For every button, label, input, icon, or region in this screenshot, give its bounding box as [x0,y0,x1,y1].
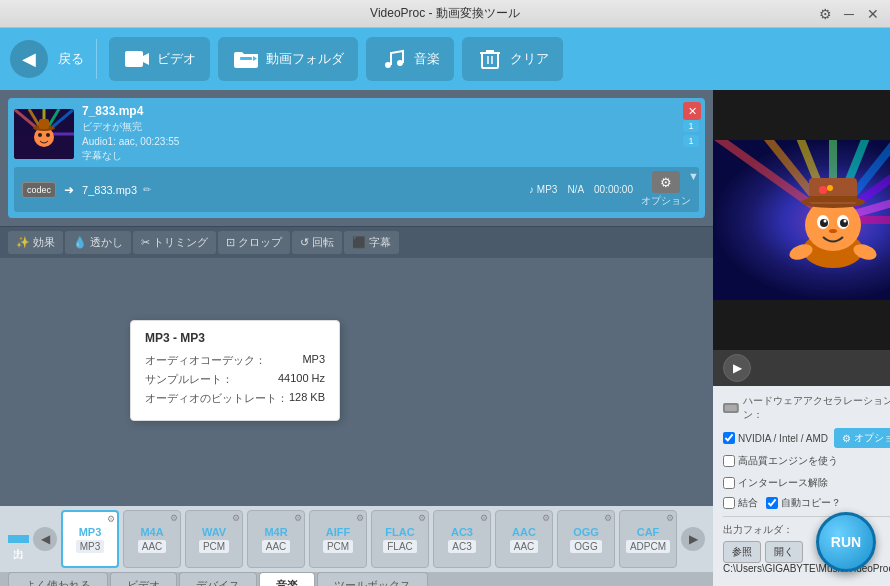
codec-badge: codec [22,182,56,198]
open-button[interactable]: 開く [765,541,803,563]
window-title: VideoProc - 動画変換ツール [370,5,520,22]
merge-autocopy-row: 結合 自動コピー？ [723,496,890,510]
svg-rect-22 [39,119,49,129]
format-item-aiff[interactable]: ⚙ AIFF PCM [309,510,367,568]
format-settings-icon: ⚙ [604,513,612,523]
file-card-header: 7_833.mp4 ビデオが無完 Audio1: aac, 00:23:55 字… [14,104,699,163]
tab-video[interactable]: ビデオ [110,572,177,586]
format-top-ogg: OGG [573,526,599,538]
music-label: 音楽 [414,50,440,68]
format-bottom-wav: PCM [199,540,229,553]
format-top-m4r: M4R [264,526,287,538]
clear-button[interactable]: クリア [462,37,563,81]
subtitle-icon: ⬛ [352,236,366,249]
rotate-button[interactable]: ↺ 回転 [292,231,342,254]
crop-icon: ⊡ [226,236,235,249]
format-top-aac: AAC [512,526,536,538]
gear-button[interactable]: ⚙ [652,171,680,193]
autocopy-label[interactable]: 自動コピー？ [766,496,841,510]
format-item-m4a[interactable]: ⚙ M4A AAC [123,510,181,568]
edit-icon[interactable]: ✏ [143,184,151,195]
folder-label: 動画フォルダ [266,50,344,68]
format-next-button[interactable]: ▶ [681,527,705,551]
trimming-button[interactable]: ✂ トリミング [133,231,216,254]
format-item-caf[interactable]: ⚙ CAF ADPCM [619,510,677,568]
file-status: ビデオが無完 [82,120,675,134]
svg-point-40 [844,220,847,223]
tooltip-bitrate-label: オーディオのビットレート： [145,391,288,406]
format-prev-button[interactable]: ◀ [33,527,57,551]
svg-point-41 [829,229,837,233]
options-area: ⚙ オプション [641,171,691,208]
format-item-ac3[interactable]: ⚙ AC3 AC3 [433,510,491,568]
svg-point-39 [824,220,827,223]
watermark-button[interactable]: 💧 透かし [65,231,131,254]
deinterlace-checkbox[interactable] [723,477,735,489]
file-card: ✕ [8,98,705,218]
expand-icon[interactable]: ▼ [688,170,699,182]
options-label[interactable]: オプション [641,194,691,208]
format-item-aac[interactable]: ⚙ AAC AAC [495,510,553,568]
audio-info: Audio1: aac, 00:23:55 [82,136,675,147]
deinterlace-label[interactable]: インターレース解除 [723,476,828,490]
tab-toolbox[interactable]: ツールボックス [317,572,428,586]
play-button[interactable]: ▶ [723,354,751,382]
svg-marker-1 [143,53,149,65]
format-bottom-caf: ADPCM [626,540,670,553]
file-name: 7_833.mp4 [82,104,675,118]
tab-device[interactable]: デバイス [179,572,257,586]
nvidia-checkbox[interactable] [723,432,735,444]
back-button[interactable]: ◀ [10,40,48,78]
minimize-button[interactable]: ─ [840,5,858,23]
music-icon [380,45,408,73]
close-button[interactable]: ✕ [864,5,882,23]
quality-engine-checkbox[interactable] [723,455,735,467]
format-item-mp3[interactable]: ⚙ MP3 MP3 [61,510,119,568]
merge-checkbox[interactable] [723,497,735,509]
format-settings-icon: ⚙ [170,513,178,523]
hw-options-button[interactable]: ⚙ オプション [834,428,890,448]
tooltip-samplerate-val: 44100 Hz [278,372,325,387]
format-tooltip: MP3 - MP3 オーディオコーデック： MP3 サンプルレート： 44100… [130,320,340,421]
format-item-m4r[interactable]: ⚙ M4R AAC [247,510,305,568]
left-panel: ✕ [0,90,713,586]
svg-rect-3 [240,57,252,60]
output-name: 7_833.mp3 [82,184,137,196]
file-close-button[interactable]: ✕ [683,102,701,120]
format-top-m4a: M4A [140,526,163,538]
format-item-wav[interactable]: ⚙ WAV PCM [185,510,243,568]
clear-label: クリア [510,50,549,68]
folder-button[interactable]: 動画フォルダ [218,37,358,81]
folder-icon [232,45,260,73]
tab-commonly_used[interactable]: よく使われる [8,572,108,586]
hw-accel-row: NVIDIA / Intel / AMD ⚙ オプション [723,428,890,448]
badge2: 1 [683,135,699,147]
bitrate-label: N/A [567,184,584,195]
autocopy-checkbox[interactable] [766,497,778,509]
format-settings-icon: ⚙ [666,513,674,523]
format-info: ♪ MP3 N/A 00:00:00 [529,184,633,195]
svg-point-20 [46,133,50,137]
video-button[interactable]: ビデオ [109,37,210,81]
format-top-ac3: AC3 [451,526,473,538]
music-button[interactable]: 音楽 [366,37,454,81]
browse-button[interactable]: 参照 [723,541,761,563]
svg-rect-50 [725,405,737,411]
run-button[interactable]: RUN [816,512,876,572]
preview-controls: ▶ 📷 📁 [713,350,890,386]
format-top-wav: WAV [202,526,226,538]
subtitle-button[interactable]: ⬛ 字幕 [344,231,399,254]
svg-rect-0 [125,51,143,67]
merge-label[interactable]: 結合 [723,496,758,510]
format-item-ogg[interactable]: ⚙ OGG OGG [557,510,615,568]
format-item-flac[interactable]: ⚙ FLAC FLAC [371,510,429,568]
svg-point-46 [827,185,833,191]
effects-button[interactable]: ✨ 効果 [8,231,63,254]
quality-engine-label[interactable]: 高品質エンジンを使う [723,454,838,468]
nvidia-checkbox-label[interactable]: NVIDIA / Intel / AMD [723,432,828,444]
tab-music[interactable]: 音楽 [259,572,315,586]
settings-button[interactable]: ⚙ [816,5,834,23]
format-settings-icon: ⚙ [542,513,550,523]
crop-button[interactable]: ⊡ クロップ [218,231,290,254]
settings-checkboxes-row: 高品質エンジンを使う インターレース解除 [723,454,890,490]
